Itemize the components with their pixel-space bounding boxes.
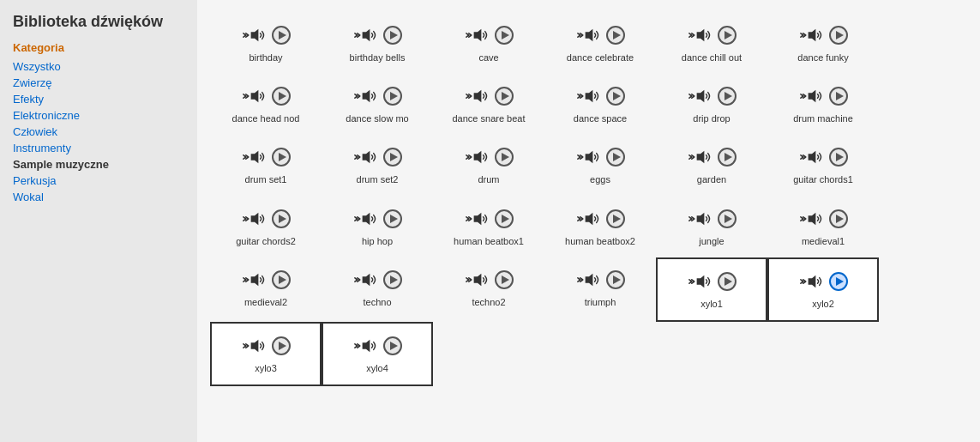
speaker-icon-techno2 — [464, 268, 491, 292]
speaker-icon-guitar_chords2 — [241, 207, 268, 231]
sound-grid: birthday birthday bells cave dance celeb… — [210, 13, 967, 386]
sound-controls-drum — [464, 145, 514, 169]
sound-label-dance_slow_mo: dance slow mo — [346, 113, 408, 124]
play-triangle-dance_slow_mo — [390, 92, 398, 100]
play-button-birthday_bells[interactable] — [383, 26, 402, 45]
sidebar-item-sample-muzyczne[interactable]: Sample muzyczne — [13, 156, 184, 173]
main-content: birthday birthday bells cave dance celeb… — [197, 0, 980, 442]
sound-item-xylo2: xylo2 — [767, 257, 879, 322]
play-triangle-medieval1 — [836, 215, 844, 223]
sound-controls-dance_snare_beat — [464, 84, 514, 108]
svg-marker-5 — [809, 29, 816, 42]
sound-label-triumph: triumph — [585, 297, 616, 308]
play-button-triumph[interactable] — [606, 270, 625, 289]
sound-label-guitar_chords1: guitar chords1 — [793, 174, 853, 185]
play-triangle-drum_set2 — [390, 153, 398, 161]
speaker-icon-xylo4 — [352, 334, 380, 358]
play-triangle-techno2 — [502, 275, 509, 284]
sidebar-item-elektroniczne[interactable]: Elektroniczne — [13, 107, 184, 124]
play-button-dance_space[interactable] — [606, 87, 625, 106]
sound-label-drum_machine: drum machine — [793, 113, 853, 124]
play-button-dance_funky[interactable] — [829, 26, 848, 45]
sidebar-item-wokal[interactable]: Wokal — [13, 189, 184, 205]
play-button-jungle[interactable] — [718, 209, 737, 228]
sound-controls-xylo2 — [798, 269, 848, 294]
sound-controls-dance_celebrate — [575, 23, 625, 47]
play-triangle-cave — [502, 31, 509, 39]
play-button-drum_set1[interactable] — [272, 148, 291, 167]
sound-controls-drum_machine — [798, 84, 848, 108]
play-button-human_beatbox1[interactable] — [495, 209, 514, 228]
sidebar-item-efekty[interactable]: Efekty — [13, 91, 184, 107]
play-button-drum_set2[interactable] — [383, 148, 402, 167]
speaker-icon-jungle — [687, 207, 714, 231]
play-button-cave[interactable] — [495, 26, 514, 45]
sound-controls-drum_set1 — [241, 145, 291, 169]
play-button-xylo1[interactable] — [718, 272, 737, 291]
play-button-eggs[interactable] — [606, 148, 625, 167]
sound-label-cave: cave — [478, 52, 498, 64]
sound-item-eggs: eggs — [544, 135, 656, 196]
svg-marker-4 — [697, 29, 705, 42]
sound-item-hip_hop: hip hop — [322, 197, 433, 257]
sidebar-item-człowiek[interactable]: Człowiek — [13, 124, 184, 140]
sound-item-triumph: triumph — [544, 257, 656, 322]
play-button-xylo2[interactable] — [829, 272, 848, 291]
play-triangle-medieval2 — [279, 275, 286, 284]
play-button-dance_head_nod[interactable] — [272, 87, 291, 106]
sidebar-item-instrumenty[interactable]: Instrumenty — [13, 140, 184, 156]
svg-marker-13 — [363, 151, 370, 164]
play-button-birthday[interactable] — [272, 26, 291, 45]
play-button-xylo3[interactable] — [272, 336, 291, 355]
play-triangle-dance_head_nod — [279, 92, 286, 100]
svg-marker-21 — [586, 212, 593, 225]
speaker-icon-xylo3 — [241, 334, 268, 358]
play-button-dance_chill_out[interactable] — [718, 26, 737, 45]
sidebar-item-zwierzę[interactable]: Zwierzę — [13, 75, 184, 91]
speaker-icon-drum_set1 — [241, 145, 268, 169]
svg-marker-11 — [809, 90, 816, 103]
play-button-dance_snare_beat[interactable] — [495, 87, 514, 106]
play-triangle-garden — [724, 153, 732, 161]
sidebar-item-wszystko[interactable]: Wszystko — [13, 58, 184, 75]
play-button-medieval1[interactable] — [829, 209, 848, 228]
sound-label-medieval1: medieval1 — [802, 236, 845, 247]
svg-marker-23 — [809, 212, 816, 225]
play-triangle-human_beatbox1 — [502, 215, 509, 223]
sound-item-drum_machine: drum machine — [767, 74, 879, 135]
sound-item-garden: garden — [656, 135, 767, 196]
svg-marker-14 — [474, 151, 482, 164]
play-button-dance_slow_mo[interactable] — [383, 87, 402, 106]
speaker-icon-drum_set2 — [352, 145, 380, 169]
play-button-drum_machine[interactable] — [829, 87, 848, 106]
play-triangle-drum — [502, 153, 509, 161]
play-button-garden[interactable] — [718, 148, 737, 167]
play-button-dance_celebrate[interactable] — [606, 26, 625, 45]
sound-controls-drip_drop — [687, 84, 737, 108]
sound-controls-dance_chill_out — [687, 23, 737, 47]
sound-label-xylo2: xylo2 — [812, 299, 834, 310]
play-button-medieval2[interactable] — [272, 270, 291, 289]
play-button-hip_hop[interactable] — [383, 209, 402, 228]
speaker-icon-human_beatbox1 — [464, 207, 491, 231]
svg-marker-16 — [697, 151, 705, 164]
play-button-guitar_chords1[interactable] — [829, 148, 848, 167]
speaker-icon-hip_hop — [352, 207, 380, 231]
play-button-xylo4[interactable] — [383, 336, 402, 355]
sidebar-item-perkusja[interactable]: Perkusja — [13, 173, 184, 189]
play-button-techno2[interactable] — [495, 270, 514, 289]
play-button-drum[interactable] — [495, 148, 514, 167]
speaker-icon-xylo1 — [687, 269, 714, 294]
svg-marker-3 — [586, 29, 593, 42]
speaker-icon-medieval2 — [241, 268, 268, 292]
sound-controls-drum_set2 — [352, 145, 402, 169]
play-button-human_beatbox2[interactable] — [606, 209, 625, 228]
speaker-icon-dance_slow_mo — [352, 84, 380, 108]
play-button-techno[interactable] — [383, 270, 402, 289]
sound-item-techno: techno — [322, 257, 433, 322]
sound-item-guitar_chords1: guitar chords1 — [767, 135, 879, 196]
play-button-guitar_chords2[interactable] — [272, 209, 291, 228]
svg-marker-25 — [363, 273, 370, 286]
play-button-drip_drop[interactable] — [718, 87, 737, 106]
sound-item-dance_chill_out: dance chill out — [656, 13, 767, 74]
